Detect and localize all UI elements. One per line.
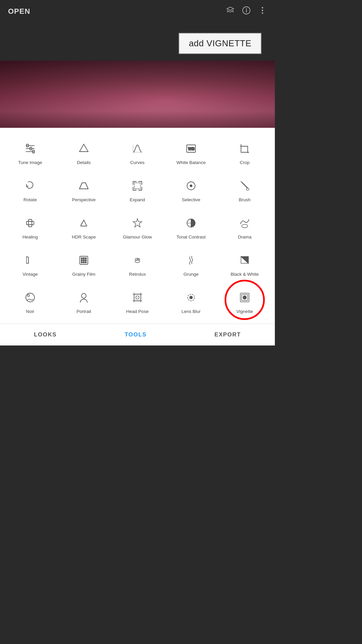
- tool-expand[interactable]: Expand: [111, 172, 164, 209]
- svg-point-27: [190, 185, 192, 187]
- tool-rotate[interactable]: Rotate: [3, 172, 57, 209]
- tool-glamour-glow[interactable]: Glamour Glow: [111, 209, 164, 246]
- tool-white-balance[interactable]: WBWhite Balance: [164, 135, 218, 172]
- svg-marker-34: [133, 219, 142, 227]
- nav-looks[interactable]: LOOKS: [27, 330, 63, 339]
- nav-tools[interactable]: TOOLS: [118, 330, 154, 339]
- svg-point-29: [246, 188, 249, 190]
- svg-point-37: [242, 224, 248, 228]
- svg-point-55: [26, 293, 35, 302]
- tools-grid: Tune ImageDetailsCurvesWBWhite BalanceCr…: [3, 135, 272, 320]
- tool-grainy-film[interactable]: Grainy Film: [57, 246, 111, 283]
- tool-label-rotate: Rotate: [23, 197, 37, 203]
- tool-hdr-scape[interactable]: HDR Scape: [57, 209, 111, 246]
- expand-icon: [129, 178, 145, 194]
- vintage-icon: [22, 252, 38, 268]
- tool-curves[interactable]: Curves: [111, 135, 164, 172]
- svg-point-43: [85, 258, 86, 259]
- tool-label-grunge: Grunge: [183, 272, 198, 277]
- svg-text:WB: WB: [188, 147, 195, 151]
- tool-selective[interactable]: Selective: [164, 172, 218, 209]
- svg-point-46: [85, 260, 86, 261]
- tool-label-expand: Expand: [130, 197, 145, 203]
- info-icon[interactable]: [242, 6, 251, 17]
- tool-label-selective: Selective: [182, 197, 200, 203]
- tooltip-box: add VIGNETTE: [179, 33, 261, 54]
- svg-marker-15: [79, 144, 88, 152]
- tool-vignette[interactable]: Vignette: [218, 283, 272, 321]
- svg-rect-30: [28, 219, 32, 227]
- perspective-icon: [76, 178, 92, 194]
- tool-label-vignette: Vignette: [236, 309, 253, 315]
- svg-point-45: [83, 260, 84, 261]
- svg-point-41: [81, 258, 82, 259]
- tool-label-head-pose: Head Pose: [126, 309, 149, 315]
- tune-icon: [22, 141, 38, 157]
- selective-icon: [183, 178, 199, 194]
- glamour-icon: [129, 215, 145, 231]
- bw-icon: [237, 252, 253, 268]
- crop-icon: [237, 141, 253, 157]
- svg-point-6: [262, 7, 263, 8]
- tool-head-pose[interactable]: Head Pose: [111, 283, 164, 321]
- tool-label-noir: Noir: [26, 309, 35, 315]
- svg-point-48: [83, 262, 84, 263]
- details-icon: [76, 141, 92, 157]
- tool-tonal-contrast[interactable]: Tonal Contrast: [164, 209, 218, 246]
- vignette-icon: [237, 289, 253, 306]
- svg-marker-0: [227, 7, 234, 10]
- tool-label-white-balance: White Balance: [176, 160, 205, 166]
- drama-icon: [237, 215, 253, 231]
- tool-label-brush: Brush: [239, 197, 250, 203]
- tool-label-tonal-contrast: Tonal Contrast: [176, 234, 205, 240]
- tool-label-vintage: Vintage: [22, 272, 38, 277]
- tool-brush[interactable]: Brush: [218, 172, 272, 209]
- tool-grunge[interactable]: Grunge: [164, 246, 218, 283]
- tool-portrait[interactable]: Portrait: [57, 283, 111, 321]
- tool-black-white[interactable]: Black & White: [218, 246, 272, 283]
- tool-healing[interactable]: Healing: [3, 209, 57, 246]
- tool-tune-image[interactable]: Tune Image: [3, 135, 57, 172]
- tool-label-lens-blur: Lens Blur: [181, 309, 200, 315]
- svg-rect-58: [134, 294, 141, 301]
- tool-label-black-white: Black & White: [231, 272, 259, 277]
- tool-details[interactable]: Details: [57, 135, 111, 172]
- tool-lens-blur[interactable]: Lens Blur: [164, 283, 218, 321]
- svg-rect-31: [26, 221, 34, 225]
- tool-retrolux[interactable]: Retrolux: [111, 246, 164, 283]
- tool-crop[interactable]: Crop: [218, 135, 272, 172]
- tool-noir[interactable]: Noir: [3, 283, 57, 321]
- tool-label-hdr-scape: HDR Scape: [72, 234, 96, 240]
- tool-drama[interactable]: Drama: [218, 209, 272, 246]
- tool-perspective[interactable]: Perspective: [57, 172, 111, 209]
- tool-label-drama: Drama: [238, 234, 252, 240]
- brush-icon: [237, 178, 253, 194]
- svg-line-21: [79, 183, 82, 189]
- svg-point-56: [27, 294, 29, 297]
- more-icon[interactable]: [258, 6, 267, 17]
- svg-line-1: [227, 11, 228, 12]
- tool-label-grainy-film: Grainy Film: [72, 272, 95, 277]
- wb-icon: WB: [183, 141, 199, 157]
- tool-label-tune-image: Tune Image: [18, 160, 42, 166]
- tool-label-perspective: Perspective: [72, 197, 96, 203]
- bottom-nav: LOOKS TOOLS EXPORT: [0, 324, 275, 345]
- svg-point-5: [246, 8, 247, 9]
- grunge-icon: [183, 252, 199, 268]
- retrolux-icon: [129, 252, 145, 268]
- svg-rect-25: [134, 183, 140, 189]
- tool-label-retrolux: Retrolux: [129, 272, 146, 277]
- nav-export[interactable]: EXPORT: [208, 330, 248, 339]
- hdr-icon: [76, 215, 92, 231]
- svg-point-49: [85, 262, 86, 263]
- tool-vintage[interactable]: Vintage: [3, 246, 57, 283]
- layers-icon[interactable]: [226, 6, 235, 17]
- svg-line-2: [232, 11, 234, 12]
- svg-point-57: [81, 293, 86, 298]
- tool-label-portrait: Portrait: [76, 309, 91, 315]
- rotate-icon: [22, 178, 38, 194]
- svg-line-22: [85, 183, 88, 189]
- open-button[interactable]: OPEN: [8, 7, 30, 16]
- lensblur-icon: [183, 289, 199, 306]
- svg-point-72: [243, 296, 246, 299]
